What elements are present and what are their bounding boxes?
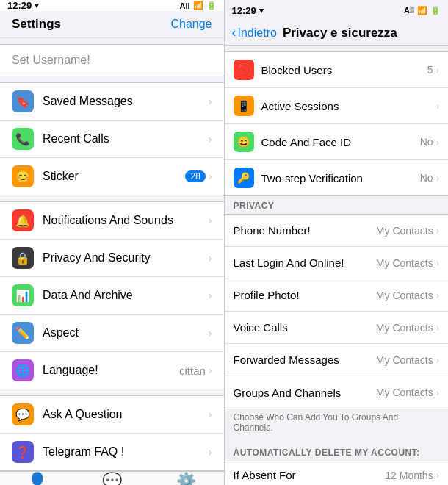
data-icon: 📊	[12, 284, 34, 306]
right-time: 12:29	[232, 5, 256, 16]
absent-for-item[interactable]: If Absent For 12 Months ›	[225, 461, 449, 485]
aspect-icon: ✏️	[12, 322, 34, 344]
groups-channels-item[interactable]: Groups And Channels My Contacts ›	[225, 376, 449, 409]
faq-icon: ❓	[12, 441, 34, 463]
aspect-chevron: ›	[209, 327, 212, 339]
right-content: 🚫 Blocked Users 5 › 📱 Active Sessions › …	[225, 46, 449, 485]
privacy-note: Choose Who Can Add You To Groups And Cha…	[225, 409, 449, 437]
groups-channels-value: My Contacts	[376, 387, 433, 398]
left-wifi-icon: 📶	[193, 1, 203, 10]
left-network: All	[179, 1, 189, 10]
two-step-item[interactable]: 🔑 Two-step Verification No ›	[225, 160, 449, 195]
change-button[interactable]: Change	[170, 18, 212, 31]
language-chevron: ›	[209, 364, 212, 376]
absent-for-chevron: ›	[436, 470, 439, 481]
voice-calls-chevron: ›	[436, 322, 439, 333]
settings-title: Settings	[12, 17, 61, 32]
saved-messages-label: Saved Messages	[43, 95, 209, 108]
forwarded-messages-item[interactable]: Forwarded Messages My Contacts ›	[225, 344, 449, 376]
profile-photo-item[interactable]: Profile Photo! My Contacts ›	[225, 279, 449, 312]
saved-messages-chevron: ›	[209, 96, 212, 107]
tab-settings-icon: ⚙️	[176, 472, 196, 485]
menu-item-aspect[interactable]: ✏️ Aspect ›	[0, 315, 224, 352]
back-chevron-icon: ‹	[232, 25, 236, 40]
username-section: Set Username!	[0, 44, 224, 76]
code-face-item[interactable]: 😄 Code And Face ID No ›	[225, 124, 449, 160]
absent-for-label: If Absent For	[234, 469, 386, 481]
sticker-label: Sticker	[43, 170, 185, 183]
settings-menu-section: 🔔 Notifications And Sounds › 🔒 Privacy A…	[0, 201, 224, 389]
aspect-label: Aspect	[43, 326, 209, 340]
recent-calls-label: Recent Calls	[43, 132, 209, 146]
faq-label: Telegram FAQ !	[43, 445, 209, 459]
code-face-chevron: ›	[436, 137, 439, 148]
tab-status[interactable]: 👤 Status!	[0, 472, 75, 485]
right-header: ‹ Indietro Privacy e sicurezza	[225, 21, 449, 46]
menu-item-recent-calls[interactable]: 📞 Recent Calls ›	[0, 121, 224, 158]
menu-item-data[interactable]: 📊 Data And Archive ›	[0, 277, 224, 315]
security-section: 🚫 Blocked Users 5 › 📱 Active Sessions › …	[225, 51, 449, 196]
menu-item-privacy[interactable]: 🔒 Privacy And Security ›	[0, 240, 224, 277]
faq-chevron: ›	[209, 446, 212, 458]
code-face-label: Code And Face ID	[261, 136, 420, 148]
active-sessions-icon: 📱	[234, 96, 254, 116]
left-panel: 12:29 ▾ All 📶 🔋 Settings Change Set User…	[0, 0, 224, 485]
last-login-item[interactable]: Last Login And Online! My Contacts ›	[225, 247, 449, 279]
code-face-icon: 😄	[234, 132, 254, 152]
code-face-value: No	[420, 136, 433, 148]
blocked-users-chevron: ›	[436, 65, 439, 76]
menu-item-saved-messages[interactable]: 🔖 Saved Messages ›	[0, 83, 224, 121]
tab-chat[interactable]: 💬 Chat	[75, 472, 150, 485]
menu-item-faq[interactable]: ❓ Telegram FAQ ! ›	[0, 434, 224, 470]
voice-calls-value: My Contacts	[376, 322, 433, 334]
ask-question-icon: 💬	[12, 403, 34, 425]
left-time: 12:29	[7, 0, 32, 11]
groups-channels-chevron: ›	[436, 387, 439, 398]
profile-photo-value: My Contacts	[376, 290, 433, 301]
groups-channels-label: Groups And Channels	[234, 387, 376, 399]
blocked-users-value: 5	[427, 64, 433, 76]
tab-status-icon: 👤	[27, 472, 47, 485]
right-signal-icon: ▾	[259, 6, 264, 15]
phone-number-item[interactable]: Phone Number! My Contacts ›	[225, 215, 449, 247]
phone-number-value: My Contacts	[376, 225, 433, 237]
active-sessions-label: Active Sessions	[261, 100, 436, 112]
privacy-section: Phone Number! My Contacts › Last Login A…	[225, 214, 449, 409]
sticker-icon: 😊	[12, 165, 34, 187]
privacy-section-header: PRIVACY	[225, 196, 449, 214]
voice-calls-item[interactable]: Voice Calls My Contacts ›	[225, 312, 449, 344]
menu-item-sticker[interactable]: 😊 Sticker 28 ›	[0, 158, 224, 195]
tab-settings[interactable]: ⚙️ Settings	[149, 472, 224, 485]
tab-bar: 👤 Status! 💬 Chat ⚙️ Settings	[0, 471, 224, 485]
last-login-value: My Contacts	[376, 257, 433, 269]
blocked-users-item[interactable]: 🚫 Blocked Users 5 ›	[225, 52, 449, 88]
menu-item-notifications[interactable]: 🔔 Notifications And Sounds ›	[0, 202, 224, 240]
language-icon: 🌐	[12, 359, 34, 381]
forwarded-messages-label: Forwarded Messages	[234, 353, 376, 366]
tab-chat-icon: 💬	[102, 472, 122, 485]
right-header-title: Privacy e sicurezza	[283, 26, 397, 40]
right-battery-icon: 🔋	[430, 6, 441, 15]
menu-item-ask-question[interactable]: 💬 Ask A Question ›	[0, 396, 224, 434]
active-sessions-item[interactable]: 📱 Active Sessions ›	[225, 88, 449, 124]
notifications-label: Notifications And Sounds	[43, 214, 209, 227]
privacy-icon: 🔒	[12, 247, 34, 269]
left-status-time: 12:29 ▾	[7, 0, 39, 11]
right-status-left: 12:29 ▾	[232, 5, 264, 16]
back-button[interactable]: ‹ Indietro	[232, 25, 277, 40]
right-status-bar: 12:29 ▾ All 📶 🔋	[225, 0, 449, 21]
profile-photo-chevron: ›	[436, 290, 439, 301]
phone-number-chevron: ›	[436, 225, 439, 236]
bottom-menu-section: 💬 Ask A Question › ❓ Telegram FAQ ! ›	[0, 395, 224, 471]
phone-number-label: Phone Number!	[234, 224, 376, 237]
right-wifi-icon: 📶	[417, 6, 427, 15]
forwarded-messages-chevron: ›	[436, 354, 439, 365]
left-signal-icon: ▾	[35, 1, 39, 10]
notifications-chevron: ›	[209, 215, 212, 226]
two-step-chevron: ›	[436, 173, 439, 184]
left-battery-icon: 🔋	[206, 1, 217, 10]
forwarded-messages-value: My Contacts	[376, 354, 433, 366]
back-label: Indietro	[238, 26, 277, 40]
menu-item-language[interactable]: 🌐 Language! cittàn ›	[0, 352, 224, 389]
delete-section-header: AUTOMATICALLY DELETE MY ACCOUNT:	[225, 443, 449, 461]
